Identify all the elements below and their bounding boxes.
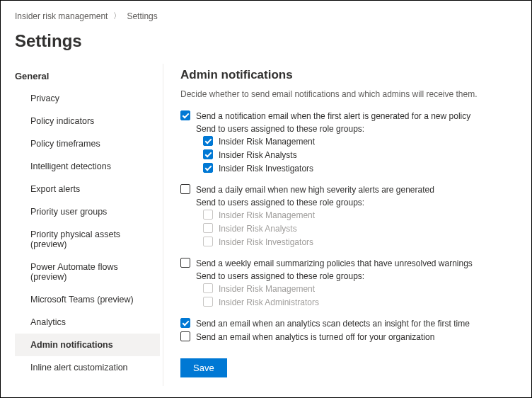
option-daily-email: Send a daily email when new high severit…: [180, 184, 517, 248]
sendto-label: Send to users assigned to these role gro…: [180, 124, 517, 134]
sidebar: General PrivacyPolicy indicatorsPolicy t…: [15, 64, 163, 386]
label-first-alert: Send a notification email when the first…: [196, 110, 470, 122]
label-role: Insider Risk Management: [219, 283, 315, 295]
checkbox-role-insider-risk-analysts: [203, 223, 213, 233]
label-weekly-email: Send a weekly email summarizing policies…: [196, 258, 473, 269]
sidebar-item-priority-user-groups[interactable]: Priority user groups: [15, 200, 160, 223]
sidebar-item-priority-physical-assets-preview-[interactable]: Priority physical assets (preview): [15, 223, 160, 256]
option-analytics: Send an email when an analytics scan det…: [180, 318, 517, 343]
label-role: Insider Risk Analysts: [219, 223, 297, 234]
breadcrumb-root[interactable]: Insider risk management: [15, 11, 108, 21]
save-button[interactable]: Save: [180, 358, 227, 377]
breadcrumb: Insider risk management 〉 Settings: [1, 11, 531, 27]
sidebar-item-policy-timeframes[interactable]: Policy timeframes: [15, 132, 160, 155]
sidebar-item-microsoft-teams-preview-[interactable]: Microsoft Teams (preview): [15, 288, 160, 311]
label-role: Insider Risk Management: [219, 210, 315, 221]
label-daily-email: Send a daily email when new high severit…: [196, 184, 434, 195]
panel-heading: Admin notifications: [180, 68, 517, 82]
checkbox-role-insider-risk-administrators: [203, 297, 213, 307]
label-role: Insider Risk Administrators: [219, 297, 319, 308]
checkbox-role-insider-risk-analysts[interactable]: [203, 149, 213, 159]
sidebar-item-intelligent-detections[interactable]: Intelligent detections: [15, 155, 160, 178]
checkbox-role-insider-risk-investigators[interactable]: [203, 163, 213, 173]
checkbox-analytics-off[interactable]: [180, 331, 190, 341]
checkbox-weekly-email[interactable]: [180, 258, 190, 268]
checkbox-role-insider-risk-investigators: [203, 237, 213, 246]
label-analytics-off: Send an email when analytics is turned o…: [196, 331, 434, 343]
sidebar-item-admin-notifications[interactable]: Admin notifications: [15, 334, 160, 356]
breadcrumb-current: Settings: [127, 11, 157, 21]
sidebar-item-power-automate-flows-preview-[interactable]: Power Automate flows (preview): [15, 256, 160, 288]
page-title: Settings: [1, 27, 531, 64]
label-role: Insider Risk Investigators: [219, 163, 313, 174]
chevron-right-icon: 〉: [113, 11, 121, 21]
sidebar-item-analytics[interactable]: Analytics: [15, 311, 160, 334]
checkbox-daily-email[interactable]: [180, 184, 190, 194]
label-analytics-insight: Send an email when an analytics scan det…: [196, 318, 470, 329]
label-role: Insider Risk Analysts: [219, 149, 297, 161]
label-role: Insider Risk Management: [219, 136, 315, 147]
main-panel: Admin notifications Decide whether to se…: [163, 64, 531, 386]
label-role: Insider Risk Investigators: [219, 237, 313, 248]
checkbox-role-insider-risk-management: [203, 210, 213, 220]
sidebar-item-privacy[interactable]: Privacy: [15, 87, 160, 110]
panel-description: Decide whether to send email notificatio…: [180, 89, 517, 99]
sendto-label: Send to users assigned to these role gro…: [180, 198, 517, 207]
checkbox-role-insider-risk-management: [203, 283, 213, 293]
checkbox-role-insider-risk-management[interactable]: [203, 136, 213, 146]
sidebar-section-general[interactable]: General: [15, 64, 160, 87]
sidebar-item-policy-indicators[interactable]: Policy indicators: [15, 110, 160, 132]
option-weekly-email: Send a weekly email summarizing policies…: [180, 258, 517, 308]
checkbox-analytics-insight[interactable]: [180, 318, 190, 328]
sidebar-item-export-alerts[interactable]: Export alerts: [15, 178, 160, 200]
option-first-alert: Send a notification email when the first…: [180, 110, 517, 174]
checkbox-first-alert[interactable]: [180, 110, 190, 120]
sendto-label: Send to users assigned to these role gro…: [180, 271, 517, 281]
sidebar-item-inline-alert-customization[interactable]: Inline alert customization: [15, 356, 160, 379]
